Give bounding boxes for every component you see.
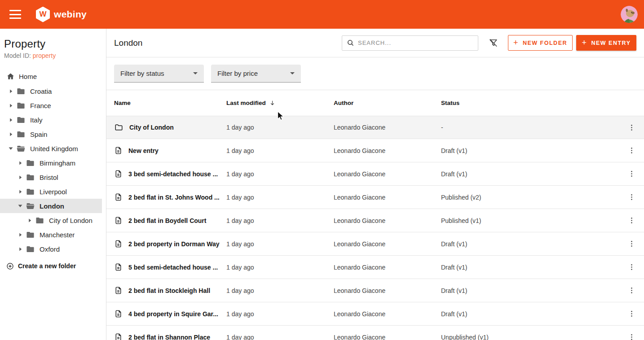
last-modified-cell: 1 day ago <box>226 264 334 271</box>
table-row[interactable]: 5 bed semi-detached house ... 1 day ago … <box>106 256 644 279</box>
plus-icon: + <box>582 39 587 47</box>
kebab-icon <box>627 309 636 318</box>
sidebar-item-home[interactable]: Home <box>0 69 106 83</box>
table-row[interactable]: 3 bed semi-detached house ... 1 day ago … <box>106 162 644 186</box>
row-menu-button[interactable] <box>619 263 644 271</box>
folder-icon <box>26 158 35 168</box>
entry-name: 3 bed semi-detached house ... <box>128 170 222 178</box>
last-modified-cell: 1 day ago <box>226 124 334 131</box>
entry-name: New entry <box>128 147 163 154</box>
sidebar-item-france[interactable]: France <box>0 98 102 113</box>
last-modified-cell: 1 day ago <box>226 240 334 248</box>
file-icon <box>114 262 123 272</box>
entry-name: 2 bed flat in Shannon Place <box>128 334 215 340</box>
last-modified-cell: 1 day ago <box>226 310 334 318</box>
search-input[interactable] <box>358 39 473 46</box>
filter-by-price-select[interactable]: Filter by price <box>211 65 301 83</box>
caret-right-icon[interactable] <box>16 247 25 251</box>
folder-icon <box>16 87 26 96</box>
caret-right-icon[interactable] <box>16 161 25 165</box>
folder-icon <box>26 173 35 182</box>
sidebar-item-bristol[interactable]: Bristol <box>0 170 102 184</box>
table-row[interactable]: 2 bed flat in Shannon Place 1 day ago Le… <box>106 326 644 340</box>
column-header-name[interactable]: Name <box>114 100 226 106</box>
author-cell: Leonardo Giacone <box>334 124 441 131</box>
table-row[interactable]: 2 bed flat in St. Johns Wood ... 1 day a… <box>106 186 644 209</box>
status-cell: Draft (v1) <box>441 147 619 154</box>
file-icon <box>114 192 123 202</box>
kebab-icon <box>627 170 636 178</box>
table-row[interactable]: 2 bed flat in Boydell Court 1 day ago Le… <box>106 209 644 232</box>
author-cell: Leonardo Giacone <box>334 147 441 154</box>
sidebar-item-city-of-london[interactable]: City of London <box>0 213 102 227</box>
sort-desc-arrow-icon <box>269 100 276 106</box>
column-header-status[interactable]: Status <box>441 100 619 106</box>
row-menu-button[interactable] <box>619 240 644 248</box>
sidebar-item-united-kingdom[interactable]: United Kingdom <box>0 141 102 156</box>
row-menu-button[interactable] <box>619 309 644 318</box>
caret-right-icon[interactable] <box>6 118 15 122</box>
caret-right-icon[interactable] <box>25 218 34 222</box>
sidebar-item-london[interactable]: London <box>0 199 102 213</box>
caret-right-icon[interactable] <box>16 175 25 179</box>
last-modified-cell: 1 day ago <box>226 287 334 294</box>
caret-right-icon[interactable] <box>16 233 25 237</box>
row-menu-button[interactable] <box>619 216 644 225</box>
sidebar-item-oxford[interactable]: Oxford <box>0 242 102 256</box>
caret-right-icon[interactable] <box>6 132 15 136</box>
kebab-icon <box>627 240 636 248</box>
filters-bar: Filter by status Filter by price <box>106 57 644 90</box>
table-row[interactable]: City of London 1 day ago Leonardo Giacon… <box>106 116 644 139</box>
search-box <box>342 35 478 51</box>
row-menu-button[interactable] <box>619 193 644 201</box>
entry-name: City of London <box>129 124 178 131</box>
caret-right-icon[interactable] <box>6 104 15 108</box>
plus-icon: + <box>513 39 519 47</box>
avatar-image <box>621 6 638 23</box>
entry-name: 2 bed property in Dorman Way <box>128 240 224 248</box>
status-cell: Draft (v1) <box>441 310 619 318</box>
file-icon <box>114 286 123 295</box>
sidebar-item-croatia[interactable]: Croatia <box>0 84 102 98</box>
sidebar-item-manchester[interactable]: Manchester <box>0 227 102 242</box>
brand-name: webiny <box>54 9 87 20</box>
author-cell: Leonardo Giacone <box>334 170 441 178</box>
last-modified-cell: 1 day ago <box>226 217 334 224</box>
avatar[interactable] <box>621 6 638 23</box>
row-menu-button[interactable] <box>619 170 644 178</box>
row-menu-button[interactable] <box>619 123 644 132</box>
status-cell: Draft (v1) <box>441 240 619 248</box>
table-row[interactable]: New entry 1 day ago Leonardo Giacone Dra… <box>106 139 644 162</box>
page-title: London <box>114 38 142 48</box>
column-header-last-modified[interactable]: Last modified <box>226 100 334 106</box>
filter-by-status-select[interactable]: Filter by status <box>114 65 204 83</box>
table-row[interactable]: 4 bed property in Squire Gar... 1 day ag… <box>106 302 644 326</box>
author-cell: Leonardo Giacone <box>334 310 441 318</box>
folder-icon <box>26 244 35 254</box>
sidebar-item-italy[interactable]: Italy <box>0 113 102 127</box>
caret-down-icon[interactable] <box>6 146 15 151</box>
new-folder-button[interactable]: + NEW FOLDER <box>508 35 573 51</box>
row-menu-button[interactable] <box>619 146 644 155</box>
filter-off-icon[interactable] <box>488 38 498 48</box>
caret-right-icon[interactable] <box>16 190 25 194</box>
status-cell: Draft (v1) <box>441 170 619 178</box>
file-icon <box>114 169 123 179</box>
kebab-icon <box>627 146 636 155</box>
row-menu-button[interactable] <box>619 286 644 295</box>
table-row[interactable]: 2 bed flat in Stockleigh Hall 1 day ago … <box>106 279 644 302</box>
new-entry-button[interactable]: + NEW ENTRY <box>576 35 636 51</box>
row-menu-button[interactable] <box>619 333 644 340</box>
table-row[interactable]: 2 bed property in Dorman Way 1 day ago L… <box>106 232 644 256</box>
column-header-author[interactable]: Author <box>334 100 441 106</box>
sidebar-item-spain[interactable]: Spain <box>0 127 102 141</box>
create-folder-button[interactable]: Create a new folder <box>0 259 106 273</box>
kebab-icon <box>627 286 636 295</box>
menu-icon[interactable] <box>9 10 21 19</box>
webiny-logo[interactable]: W webiny <box>36 7 87 22</box>
sidebar-item-birmingham[interactable]: Birmingham <box>0 156 102 170</box>
caret-right-icon[interactable] <box>6 89 15 93</box>
kebab-icon <box>627 263 636 271</box>
caret-down-icon[interactable] <box>16 204 25 208</box>
sidebar-item-liverpool[interactable]: Liverpool <box>0 184 102 199</box>
